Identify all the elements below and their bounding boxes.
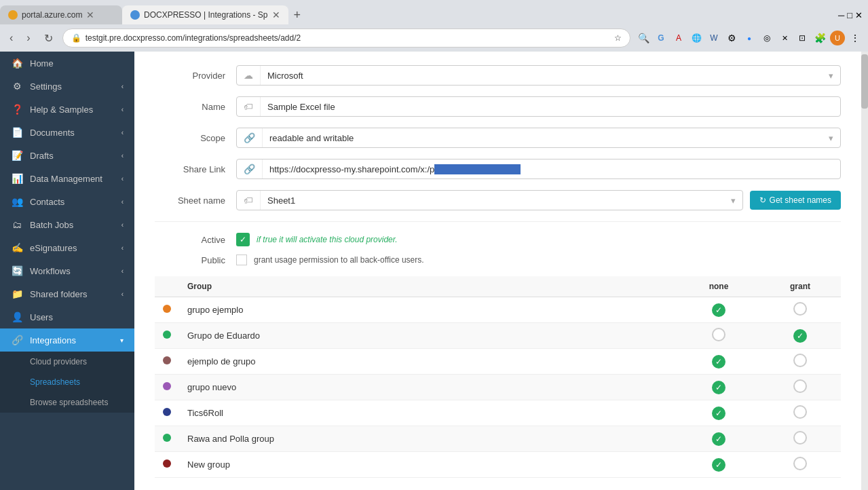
tab-1[interactable]: portal.azure.com ✕ [0, 5, 122, 24]
tab-2-label: DOCXPRESSO | Integrations - Sp [144, 10, 268, 20]
provider-cloud-icon: ☁ [237, 66, 261, 85]
sidebar-contacts-label: Contacts [30, 197, 64, 207]
profile-avatar[interactable]: U [830, 31, 845, 45]
none-radio-checked[interactable]: ✓ [712, 303, 725, 317]
scope-select[interactable]: readable and writable readable only [263, 129, 822, 147]
sidebar-item-users[interactable]: 👤 Users [0, 305, 134, 328]
sheet-name-row: Sheet name 🏷 Sheet1 ▾ ↻ Get sheet name [155, 190, 841, 210]
name-input[interactable] [261, 98, 840, 116]
star-icon[interactable]: ☆ [614, 33, 622, 43]
grant-radio-unchecked[interactable] [793, 379, 807, 393]
sidebar-item-settings[interactable]: ⚙ Settings ‹ [0, 75, 134, 98]
documents-chevron: ‹ [121, 129, 124, 136]
none-radio-checked[interactable]: ✓ [712, 432, 725, 446]
sidebar-sub-cloud-providers[interactable]: Cloud providers [0, 352, 134, 372]
extension-jira[interactable]: ● [742, 31, 757, 45]
sidebar-users-label: Users [30, 312, 53, 322]
none-cell[interactable]: ✓ [678, 452, 759, 478]
sidebar-item-home[interactable]: 🏠 Home [0, 52, 134, 75]
data-mgmt-chevron: ‹ [121, 175, 124, 183]
groups-table: Group none grant grupo ejemplo ✓ Grupo d… [155, 276, 841, 478]
sidebar-drafts-label: Drafts [30, 151, 54, 161]
forward-button[interactable]: › [22, 31, 34, 45]
none-radio-unchecked[interactable] [712, 328, 725, 341]
extension-g[interactable]: G [654, 31, 668, 45]
none-radio-checked[interactable]: ✓ [712, 355, 725, 369]
scrollbar[interactable] [861, 52, 868, 490]
extension-acrobat[interactable]: A [671, 31, 686, 45]
extension-chrome[interactable]: 🌐 [689, 31, 704, 45]
provider-input-group: ☁ Microsoft Google ▾ [236, 65, 841, 86]
batch-jobs-chevron: ‹ [121, 221, 124, 229]
none-cell[interactable]: ✓ [678, 349, 759, 375]
table-row: ejemplo de grupo ✓ [155, 349, 841, 375]
scope-row: Scope 🔗 readable and writable readable o… [155, 128, 841, 148]
back-button[interactable]: ‹ [5, 31, 17, 45]
grant-cell[interactable]: ✓ [759, 323, 841, 349]
grant-radio-unchecked[interactable] [793, 302, 807, 316]
extension-circle[interactable]: ◎ [759, 31, 774, 45]
grant-radio-unchecked[interactable] [793, 431, 807, 445]
share-link-input-group: 🔗 https://docxpresso-my.sharepoint.com/x… [236, 159, 841, 179]
tab-bar: portal.azure.com ✕ DOCXPRESSO | Integrat… [0, 0, 868, 24]
search-icon[interactable]: 🔍 [636, 31, 651, 45]
public-checkbox[interactable] [236, 255, 247, 265]
tab-2[interactable]: DOCXPRESSO | Integrations - Sp ✕ [122, 5, 288, 24]
grant-radio-unchecked[interactable] [793, 354, 807, 367]
table-row: Grupo de Eduardo ✓ [155, 323, 841, 349]
none-cell[interactable]: ✓ [678, 426, 759, 452]
active-checkbox[interactable]: ✓ [236, 233, 250, 246]
sheet-input-group: 🏷 Sheet1 ▾ [236, 190, 743, 210]
none-radio-checked[interactable]: ✓ [712, 407, 725, 420]
provider-select[interactable]: Microsoft Google [261, 67, 822, 85]
sidebar-item-contacts[interactable]: 👥 Contacts ‹ [0, 190, 134, 213]
menu-button[interactable]: ⋮ [848, 31, 863, 45]
grant-cell[interactable] [759, 375, 841, 400]
sidebar-item-workflows[interactable]: 🔄 Workflows ‹ [0, 259, 134, 282]
none-cell[interactable]: ✓ [678, 400, 759, 426]
sidebar-item-data-management[interactable]: 📊 Data Management ‹ [0, 167, 134, 190]
none-cell[interactable] [678, 323, 759, 349]
url-box[interactable]: 🔒 testgit.pre.docxpresso.com/integration… [62, 29, 630, 48]
grant-cell[interactable] [759, 452, 841, 478]
sidebar-item-esignatures[interactable]: ✍ eSignatures ‹ [0, 236, 134, 259]
scope-arrow-icon: ▾ [822, 129, 840, 147]
tab-2-close[interactable]: ✕ [272, 10, 280, 20]
group-color-dot [155, 349, 179, 375]
sidebar-item-batch-jobs[interactable]: 🗂 Batch Jobs ‹ [0, 213, 134, 236]
new-tab-button[interactable]: + [288, 5, 307, 24]
grant-cell[interactable] [759, 400, 841, 426]
sidebar-esignatures-label: eSignatures [30, 243, 77, 253]
lock-icon: 🔒 [71, 33, 81, 43]
grant-radio-checked[interactable]: ✓ [793, 329, 807, 343]
extensions-puzzle[interactable]: 🧩 [812, 31, 827, 45]
sheet-name-select[interactable]: Sheet1 [261, 191, 724, 210]
grant-cell[interactable] [759, 349, 841, 375]
extension-cast[interactable]: ⊡ [795, 31, 810, 45]
none-cell[interactable]: ✓ [678, 375, 759, 400]
sidebar-item-help[interactable]: ❓ Help & Samples ‹ [0, 98, 134, 121]
reload-button[interactable]: ↻ [40, 31, 57, 46]
grant-cell[interactable] [759, 297, 841, 323]
sidebar-item-integrations[interactable]: 🔗 Integrations ▾ [0, 328, 134, 352]
sidebar-item-drafts[interactable]: 📝 Drafts ‹ [0, 144, 134, 167]
none-radio-checked[interactable]: ✓ [712, 458, 725, 472]
table-row: Tics6Roll ✓ [155, 400, 841, 426]
grant-cell[interactable] [759, 426, 841, 452]
grant-radio-unchecked[interactable] [793, 457, 807, 470]
sidebar-item-documents[interactable]: 📄 Documents ‹ [0, 121, 134, 144]
extension-gear[interactable]: ⚙ [724, 31, 739, 45]
grant-radio-unchecked[interactable] [793, 405, 807, 419]
settings-chevron: ‹ [121, 83, 124, 90]
get-sheet-names-button[interactable]: ↻ Get sheet names [750, 191, 841, 210]
none-radio-checked[interactable]: ✓ [712, 381, 725, 394]
none-cell[interactable]: ✓ [678, 297, 759, 323]
tab-1-close[interactable]: ✕ [86, 10, 94, 20]
scrollbar-thumb[interactable] [861, 54, 868, 109]
sidebar-item-shared-folders[interactable]: 📁 Shared folders ‹ [0, 282, 134, 305]
extension-x[interactable]: ✕ [777, 31, 792, 45]
sidebar-sub-browse-spreadsheets[interactable]: Browse spreadsheets [0, 392, 134, 413]
extension-w[interactable]: W [706, 31, 721, 45]
sidebar-sub-spreadsheets[interactable]: Spreadsheets [0, 372, 134, 392]
esignatures-chevron: ‹ [121, 244, 124, 252]
